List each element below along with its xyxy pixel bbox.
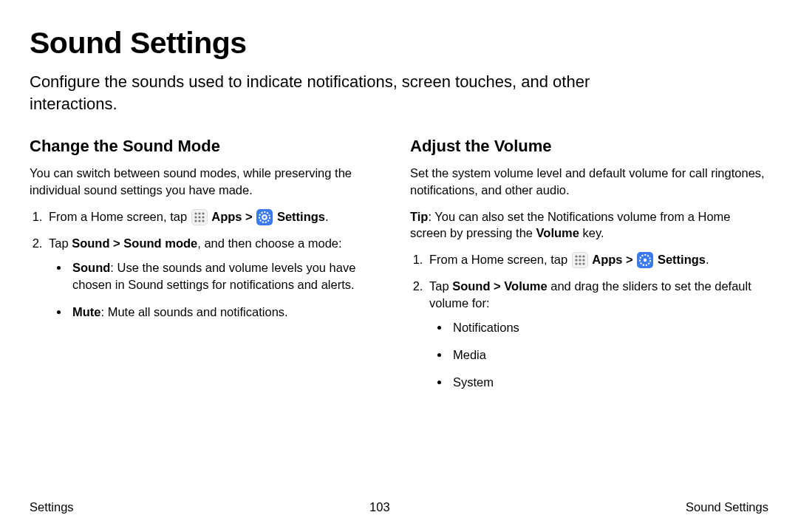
svg-point-18 <box>582 262 584 265</box>
left-column: Change the Sound Mode You can switch bet… <box>30 137 388 401</box>
svg-point-4 <box>198 216 200 218</box>
svg-point-8 <box>202 219 204 222</box>
step1-prefix: From a Home screen, tap <box>49 210 191 223</box>
svg-point-11 <box>579 255 581 257</box>
svg-point-7 <box>198 219 200 222</box>
mode-options: Sound: Use the sounds and volume levels … <box>49 259 388 321</box>
steps-volume: From a Home screen, tap Apps > Settings.… <box>410 251 768 391</box>
settings-icon <box>637 252 653 268</box>
apps-icon <box>572 252 588 268</box>
option-sound-desc: : Use the sounds and volume levels you h… <box>72 261 355 291</box>
vol-media: Media <box>450 347 768 364</box>
footer-right: Sound Settings <box>686 500 768 514</box>
svg-point-1 <box>198 212 200 214</box>
tip-volume-key: Volume <box>536 226 579 239</box>
settings-label: Settings <box>277 210 325 223</box>
step-1: From a Home screen, tap Apps > Settings. <box>426 251 768 269</box>
page-footer: Settings 103 Sound Settings <box>30 500 768 514</box>
step2-prefix: Tap <box>429 279 452 293</box>
svg-point-5 <box>202 216 204 218</box>
heading-sound-mode: Change the Sound Mode <box>30 137 388 156</box>
volume-list: Notifications Media System <box>429 319 768 391</box>
step2-bold: Sound > Volume <box>452 279 548 293</box>
svg-point-16 <box>575 262 577 265</box>
option-mute-label: Mute <box>72 305 101 318</box>
steps-sound-mode: From a Home screen, tap Apps > Settings.… <box>30 208 388 321</box>
svg-point-12 <box>582 255 584 257</box>
step1-suffix: . <box>706 253 709 266</box>
apps-icon <box>191 209 208 225</box>
heading-volume: Adjust the Volume <box>410 137 768 156</box>
apps-label: Apps <box>592 253 622 266</box>
separator: > <box>245 210 256 223</box>
page-intro: Configure the sounds used to indicate no… <box>30 71 680 115</box>
step1-suffix: . <box>325 210 329 223</box>
step2-suffix: , and then choose a mode: <box>197 236 341 250</box>
vol-system: System <box>450 374 768 391</box>
tip-volume: Tip: You can also set the Notifications … <box>410 208 768 242</box>
svg-point-20 <box>644 259 647 262</box>
settings-label: Settings <box>658 253 706 266</box>
tip-end: key. <box>579 226 604 239</box>
settings-icon <box>256 209 273 225</box>
svg-point-10 <box>575 255 577 257</box>
step2-bold: Sound > Sound mode <box>72 236 197 250</box>
option-mute: Mute: Mute all sounds and notifications. <box>69 304 388 321</box>
content-columns: Change the Sound Mode You can switch bet… <box>30 137 768 401</box>
apps-label: Apps <box>211 210 242 223</box>
svg-point-2 <box>202 212 204 214</box>
step-1: From a Home screen, tap Apps > Settings. <box>46 208 388 226</box>
svg-point-14 <box>579 259 581 261</box>
right-column: Adjust the Volume Set the system volume … <box>410 137 768 401</box>
svg-point-0 <box>194 212 197 214</box>
svg-point-6 <box>194 219 197 222</box>
footer-page-number: 103 <box>369 500 390 514</box>
option-sound: Sound: Use the sounds and volume levels … <box>69 259 388 293</box>
tip-label: Tip <box>410 210 428 223</box>
page-title: Sound Settings <box>30 26 768 61</box>
separator: > <box>626 253 636 266</box>
svg-point-17 <box>579 262 581 265</box>
option-mute-desc: : Mute all sounds and notifications. <box>101 305 288 318</box>
step-2: Tap Sound > Volume and drag the sliders … <box>426 278 768 391</box>
intro-volume: Set the system volume level and default … <box>410 165 768 198</box>
option-sound-label: Sound <box>72 261 110 274</box>
svg-point-13 <box>575 259 577 261</box>
step1-prefix: From a Home screen, tap <box>429 253 571 266</box>
step2-prefix: Tap <box>49 236 72 250</box>
svg-point-3 <box>194 216 197 218</box>
footer-left: Settings <box>30 500 74 514</box>
svg-point-15 <box>582 259 584 261</box>
vol-notifications: Notifications <box>450 319 768 336</box>
intro-sound-mode: You can switch between sound modes, whil… <box>30 165 388 198</box>
step-2: Tap Sound > Sound mode, and then choose … <box>46 235 388 321</box>
